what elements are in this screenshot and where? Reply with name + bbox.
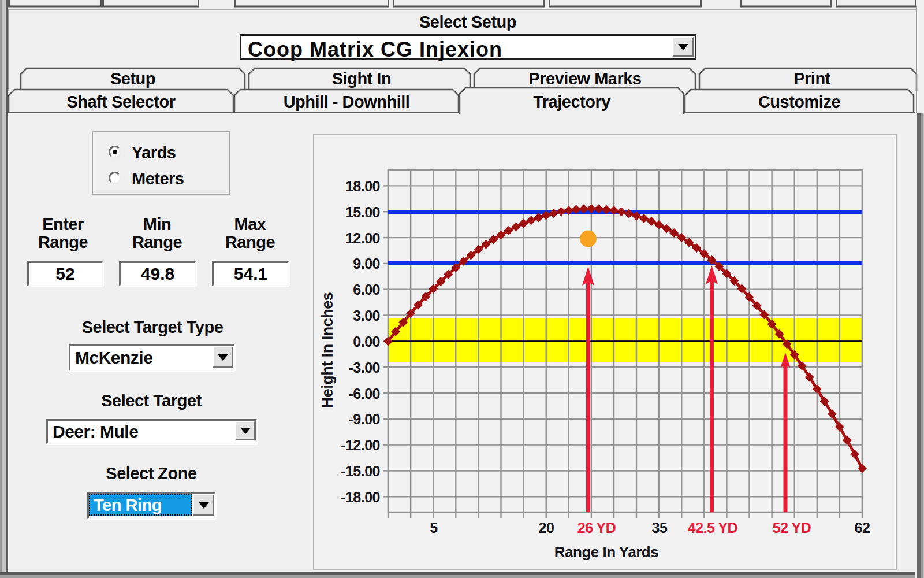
svg-text:Trajectory: Trajectory — [533, 92, 610, 111]
svg-text:-9.00: -9.00 — [349, 411, 380, 427]
svg-text:26 YD: 26 YD — [578, 520, 616, 536]
svg-text:5: 5 — [430, 520, 438, 536]
svg-text:Preview Marks: Preview Marks — [528, 69, 641, 88]
svg-text:Customize: Customize — [758, 92, 841, 111]
svg-text:Sight In: Sight In — [332, 69, 391, 88]
svg-text:-12.00: -12.00 — [341, 437, 380, 453]
svg-text:6.00: 6.00 — [353, 281, 380, 298]
svg-text:-6.00: -6.00 — [349, 386, 380, 402]
svg-text:18.00: 18.00 — [345, 178, 380, 194]
svg-text:20: 20 — [539, 520, 554, 536]
svg-text:-15.00: -15.00 — [341, 463, 380, 479]
svg-text:Range In Yards: Range In Yards — [554, 543, 658, 561]
svg-text:0.00: 0.00 — [353, 334, 380, 350]
svg-text:Shaft Selector: Shaft Selector — [67, 92, 176, 111]
svg-text:12.00: 12.00 — [345, 230, 380, 246]
svg-text:9.00: 9.00 — [353, 255, 380, 272]
svg-text:-18.00: -18.00 — [341, 489, 380, 505]
svg-text:Print: Print — [793, 69, 830, 88]
svg-text:Height In Inches: Height In Inches — [319, 292, 336, 409]
svg-text:35: 35 — [652, 520, 668, 536]
svg-text:42.5 YD: 42.5 YD — [688, 520, 737, 536]
svg-text:Setup: Setup — [110, 69, 155, 88]
svg-text:52 YD: 52 YD — [773, 520, 811, 536]
svg-text:15.00: 15.00 — [345, 204, 380, 220]
svg-text:3.00: 3.00 — [353, 307, 380, 324]
svg-text:Uphill - Downhill: Uphill - Downhill — [284, 92, 410, 111]
svg-text:-3.00: -3.00 — [349, 360, 380, 376]
svg-text:62: 62 — [855, 520, 870, 536]
